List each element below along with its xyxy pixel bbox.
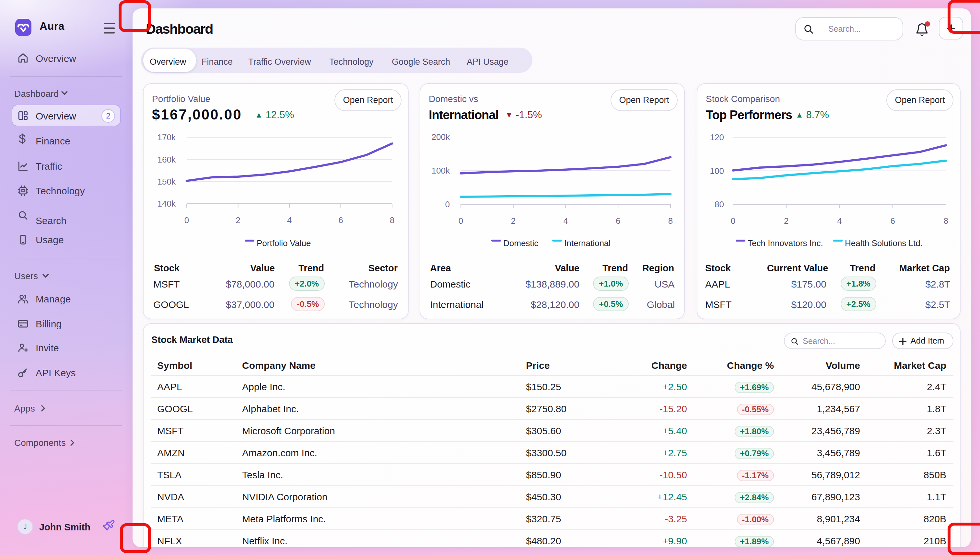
svg-text:200k: 200k [432, 132, 450, 142]
svg-text:100: 100 [710, 166, 724, 176]
svg-text:2: 2 [784, 216, 789, 226]
svg-text:0: 0 [731, 216, 735, 226]
svg-text:8: 8 [944, 216, 948, 226]
svg-text:100k: 100k [432, 166, 450, 175]
svg-text:160k: 160k [158, 155, 176, 165]
svg-text:6: 6 [891, 216, 895, 226]
svg-text:0: 0 [184, 215, 189, 225]
svg-text:6: 6 [338, 215, 343, 225]
svg-text:2: 2 [511, 216, 516, 226]
svg-text:170k: 170k [158, 132, 176, 142]
svg-text:0: 0 [445, 199, 450, 209]
svg-text:8: 8 [668, 216, 673, 226]
svg-text:6: 6 [616, 216, 620, 226]
svg-text:4: 4 [287, 215, 292, 225]
svg-text:0: 0 [459, 216, 463, 226]
svg-text:80: 80 [714, 199, 724, 209]
svg-text:4: 4 [837, 216, 842, 226]
svg-text:140k: 140k [158, 199, 176, 209]
svg-text:8: 8 [390, 215, 394, 225]
svg-text:4: 4 [563, 216, 568, 226]
svg-text:150k: 150k [158, 177, 176, 186]
svg-text:2: 2 [236, 215, 240, 225]
svg-text:120: 120 [710, 132, 724, 142]
